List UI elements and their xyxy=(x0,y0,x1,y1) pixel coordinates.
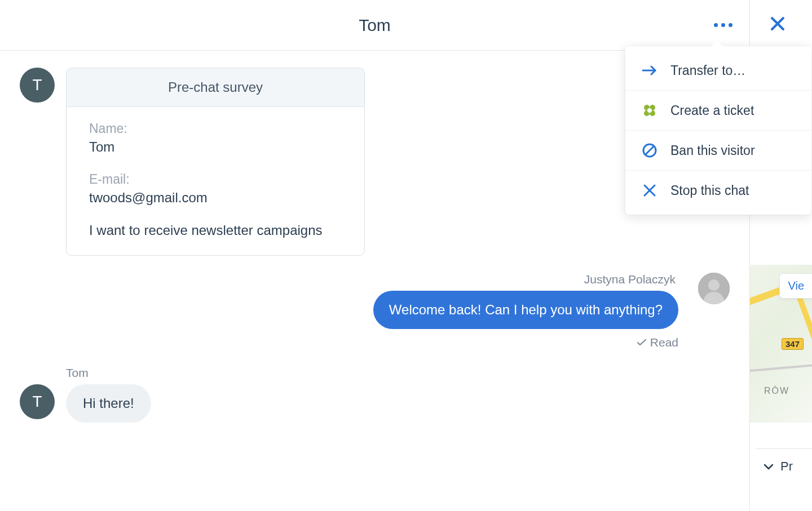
close-icon xyxy=(770,16,785,32)
agent-message-row: Justyna Polaczyk Welcome back! Can I hel… xyxy=(20,273,730,349)
visitor-name: Tom xyxy=(66,366,730,380)
map-road-label: 347 xyxy=(782,338,804,350)
chevron-down-icon xyxy=(764,463,774,470)
visitor-message-block: Tom T Hi there! xyxy=(20,366,730,423)
agent-avatar[interactable] xyxy=(698,273,730,304)
read-status: Read xyxy=(637,336,678,349)
close-chat-button[interactable] xyxy=(770,16,785,32)
menu-label: Stop this chat xyxy=(670,183,749,198)
ellipsis-icon xyxy=(714,23,718,27)
chat-main-panel: Tom Transfer to… xyxy=(0,0,750,511)
arrow-right-icon xyxy=(641,62,658,79)
chat-header: Tom Transfer to… xyxy=(0,0,749,51)
survey-email-value: twoods@gmail.com xyxy=(89,190,342,206)
visitor-location-map[interactable]: Vie 347 RÓW xyxy=(750,265,812,423)
visitor-avatar[interactable]: T xyxy=(20,68,55,103)
menu-label: Transfer to… xyxy=(670,63,745,78)
sidebar-footer-section[interactable]: Pr xyxy=(756,448,812,484)
ban-icon xyxy=(641,142,658,159)
agent-name: Justyna Polaczyk xyxy=(584,273,678,286)
svg-rect-13 xyxy=(698,273,730,304)
menu-item-transfer[interactable]: Transfer to… xyxy=(625,51,811,91)
visitor-message-bubble: Hi there! xyxy=(66,384,151,423)
survey-message-row: T Pre-chat survey Name: Tom E-mail: twoo… xyxy=(20,68,730,256)
check-icon xyxy=(637,339,647,346)
svg-point-5 xyxy=(647,108,652,113)
survey-email-label: E-mail: xyxy=(89,172,342,187)
menu-item-stop-chat[interactable]: Stop this chat xyxy=(625,171,811,210)
map-place-text: RÓW xyxy=(764,386,789,396)
view-map-button[interactable]: Vie xyxy=(779,273,812,299)
sidebar-footer-label: Pr xyxy=(780,459,793,474)
menu-label: Create a ticket xyxy=(670,103,754,118)
svg-line-7 xyxy=(645,146,654,155)
chat-title: Tom xyxy=(359,16,391,35)
more-menu-button[interactable] xyxy=(708,17,738,33)
menu-item-ban-visitor[interactable]: Ban this visitor xyxy=(625,131,811,171)
survey-name-label: Name: xyxy=(89,121,342,136)
menu-label: Ban this visitor xyxy=(670,143,755,158)
ticket-icon xyxy=(641,102,658,119)
agent-message-bubble: Welcome back! Can I help you with anythi… xyxy=(373,291,678,329)
prechat-survey-card: Pre-chat survey Name: Tom E-mail: twoods… xyxy=(66,68,365,256)
survey-name-value: Tom xyxy=(89,139,342,155)
visitor-avatar[interactable]: T xyxy=(20,384,55,419)
more-actions-dropdown: Transfer to… Create a ticket xyxy=(625,46,811,215)
close-icon xyxy=(641,182,658,199)
menu-item-create-ticket[interactable]: Create a ticket xyxy=(625,91,811,131)
survey-optin-text: I want to receive newsletter campaigns xyxy=(89,223,342,238)
survey-title: Pre-chat survey xyxy=(67,68,364,107)
